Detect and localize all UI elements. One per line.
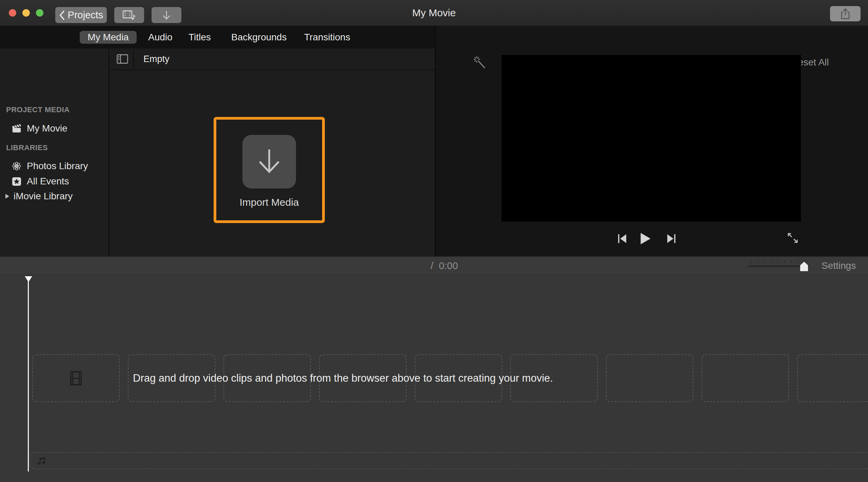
close-window-button[interactable] xyxy=(9,9,16,17)
tab-titles[interactable]: Titles xyxy=(189,26,211,48)
timeline-empty-hint: Drag and drop video clips and photos fro… xyxy=(133,354,553,402)
media-tab-bar: My Media Audio Titles Backgrounds Transi… xyxy=(0,26,435,48)
media-browser-panel: Empty Import Media xyxy=(109,48,435,256)
header-separator xyxy=(133,50,134,68)
share-icon xyxy=(840,8,851,20)
media-browser-button[interactable] xyxy=(114,7,144,23)
play-button[interactable] xyxy=(638,232,653,245)
enhance-wand-icon[interactable] xyxy=(472,56,487,69)
sidebar-toggle-button[interactable] xyxy=(116,54,129,64)
panel-toggle-icon xyxy=(117,54,128,64)
video-clip-placeholder xyxy=(32,354,120,402)
settings-button[interactable]: Settings xyxy=(822,257,856,275)
import-button[interactable] xyxy=(152,7,181,23)
zoom-window-button[interactable] xyxy=(36,9,43,17)
browser-status-label: Empty xyxy=(143,48,170,69)
down-arrow-icon xyxy=(161,10,172,21)
projects-back-button[interactable]: Projects xyxy=(55,7,107,23)
tab-my-media[interactable]: My Media xyxy=(80,31,137,44)
clapperboard-icon xyxy=(12,123,22,134)
fullscreen-button[interactable] xyxy=(786,231,800,245)
media-browser-icon xyxy=(122,9,137,21)
sidebar-item-label: All Events xyxy=(27,176,69,187)
audio-track-placeholder xyxy=(30,452,868,469)
titlebar: Projects My Movie xyxy=(0,0,868,26)
share-button[interactable] xyxy=(830,6,861,21)
preview-video-canvas xyxy=(501,55,801,222)
imovie-window: Projects My Movie My Media Audio xyxy=(0,0,868,482)
sidebar-item-photos-library[interactable]: Photos Library xyxy=(12,160,88,172)
skip-forward-icon xyxy=(666,234,676,244)
timeline-toolbar: / 0:00 Settings xyxy=(0,256,868,275)
import-arrow-tile xyxy=(242,135,296,188)
browser-header: Empty xyxy=(109,48,435,70)
star-badge-icon xyxy=(12,176,22,186)
minimize-window-button[interactable] xyxy=(22,9,30,17)
skip-back-icon xyxy=(617,234,627,244)
chevron-left-icon xyxy=(59,10,65,20)
photos-flower-icon xyxy=(12,161,22,171)
play-icon xyxy=(639,232,652,245)
filmstrip-icon xyxy=(70,371,82,386)
download-arrow-icon xyxy=(255,147,283,177)
project-media-header: PROJECT MEDIA xyxy=(6,105,70,114)
expand-diagonal-icon xyxy=(787,232,799,244)
import-media-button[interactable]: Import Media xyxy=(214,117,325,223)
tab-backgrounds[interactable]: Backgrounds xyxy=(231,26,287,48)
slider-tick-marks xyxy=(751,260,805,263)
libraries-header: LIBRARIES xyxy=(6,143,48,152)
tab-audio[interactable]: Audio xyxy=(148,26,173,48)
video-clip-placeholder xyxy=(606,354,693,402)
skip-forward-button[interactable] xyxy=(664,232,679,245)
timeline-area[interactable]: Drag and drop video clips and photos fro… xyxy=(0,275,868,482)
skip-back-button[interactable] xyxy=(615,232,630,245)
tab-transitions[interactable]: Transitions xyxy=(304,26,350,48)
video-clip-placeholder xyxy=(702,354,789,402)
import-media-label: Import Media xyxy=(239,197,299,208)
music-note-icon xyxy=(37,456,47,466)
projects-button-label: Projects xyxy=(68,9,103,21)
sidebar-item-label: My Movie xyxy=(27,123,67,134)
disclosure-triangle-icon[interactable] xyxy=(5,193,10,200)
libraries-sidebar: PROJECT MEDIA My Movie LIBRARIES xyxy=(0,48,108,256)
sidebar-item-all-events[interactable]: All Events xyxy=(12,175,69,187)
viewer-panel: Reset All xyxy=(436,26,868,256)
sidebar-item-label: iMovie Library xyxy=(14,191,73,202)
slider-track[interactable] xyxy=(748,265,809,267)
timeline-zoom-slider[interactable] xyxy=(748,259,809,274)
sidebar-item-label: Photos Library xyxy=(27,161,88,172)
sidebar-item-imovie-library[interactable]: iMovie Library xyxy=(5,190,73,202)
playhead-line xyxy=(28,276,29,471)
sidebar-item-my-movie[interactable]: My Movie xyxy=(12,122,67,135)
slider-thumb[interactable] xyxy=(800,262,808,271)
video-clip-placeholder xyxy=(797,354,868,402)
timecode-display: / 0:00 xyxy=(431,257,458,275)
